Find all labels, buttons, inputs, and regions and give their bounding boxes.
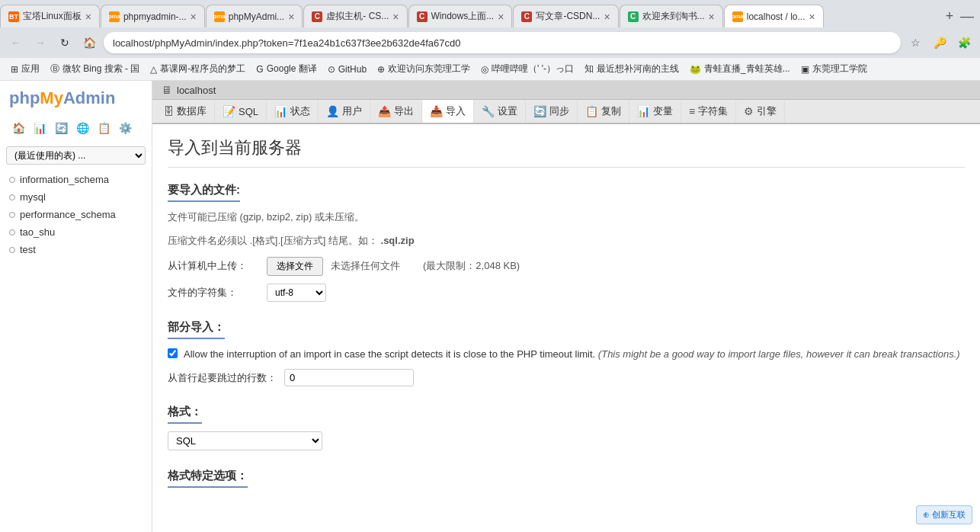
interrupt-checkbox[interactable] (168, 348, 178, 358)
bookmark-6[interactable]: ◎哔哩哔哩（' '-）っ口 (476, 61, 578, 77)
nav-label-status: 状态 (290, 104, 310, 118)
bookmark-5[interactable]: ⊕欢迎访问东莞理工学 (373, 61, 475, 77)
logo-my: My (40, 88, 63, 107)
tab-t1[interactable]: BT宝塔Linux面板× (0, 5, 100, 27)
nav-label-charset: 字符集 (698, 104, 728, 118)
sidebar-icon-bar: 🏠 📊 🔄 🌐 📋 ⚙️ (0, 116, 152, 143)
skip-row: 从首行起要跳过的行数： (168, 369, 965, 386)
reload-button[interactable]: ↻ (55, 33, 75, 53)
bookmark-button[interactable]: ☆ (905, 33, 925, 53)
settings-icon[interactable]: ⚙️ (116, 119, 134, 137)
file-section: 要导入的文件: 文件可能已压缩 (gzip, bzip2, zip) 或未压缩。… (168, 183, 965, 302)
partial-import-title: 部分导入： (168, 320, 225, 339)
tab-t6[interactable]: C写文章-CSDN...× (513, 5, 618, 27)
bookmark-0[interactable]: ⊞应用 (6, 61, 44, 77)
watermark: ⊕ 创新互联 (916, 505, 972, 524)
db-item-tao_shu[interactable]: tao_shu (0, 223, 152, 241)
choose-file-button[interactable]: 选择文件 (267, 257, 323, 276)
bookmark-icon-8: 🐸 (690, 64, 701, 75)
new-tab-button[interactable]: + (939, 5, 960, 27)
format-section: 格式： SQL CSV CSV using LOAD DATA ODS Open… (168, 405, 965, 450)
globe-icon[interactable]: 🌐 (73, 119, 91, 137)
bookmark-icon-9: ▣ (801, 64, 809, 75)
upload-label: 从计算机中上传： (168, 259, 259, 273)
charset-select[interactable]: utf-8 gbk gb2312 latin1 utf8mb4 (267, 284, 326, 302)
nav-item-sync[interactable]: 🔄同步 (526, 100, 578, 123)
nav-icon-status: 📊 (274, 105, 287, 117)
key-button[interactable]: 🔑 (930, 33, 950, 53)
nav-item-user[interactable]: 👤用户 (319, 100, 370, 123)
bookmark-1[interactable]: Ⓑ微软 Bing 搜索 - 国 (46, 61, 144, 77)
bookmark-8[interactable]: 🐸青蛙直播_青蛙英雄... (685, 61, 795, 77)
tab-t5[interactable]: CWindows上面...× (408, 5, 513, 27)
db-item-test[interactable]: test (0, 241, 152, 258)
tab-close-t6[interactable]: × (604, 11, 610, 22)
nav-icon-sync: 🔄 (533, 105, 546, 117)
refresh-icon[interactable]: 🔄 (52, 119, 70, 137)
tab-t8[interactable]: pmalocalhost / lo...× (724, 5, 824, 27)
nav-label-import: 导入 (446, 104, 466, 118)
tab-close-t3[interactable]: × (288, 11, 294, 22)
nav-item-settings[interactable]: 🔧设置 (474, 100, 526, 123)
bookmark-label-3: Google 翻译 (267, 62, 317, 75)
home-button[interactable]: 🏠 (79, 33, 99, 53)
forward-button[interactable]: → (30, 33, 50, 53)
extension-button[interactable]: 🧩 (954, 33, 974, 53)
tab-t2[interactable]: pmaphpmyadmin-...× (101, 5, 205, 27)
nav-item-export[interactable]: 📤导出 (370, 100, 422, 123)
tab-close-t1[interactable]: × (85, 11, 91, 22)
tab-t7[interactable]: C欢迎来到淘书...× (620, 5, 723, 27)
max-size-text: (最大限制：2,048 KB) (423, 259, 520, 273)
tab-favicon-t4: C (312, 11, 322, 22)
tab-close-t7[interactable]: × (709, 11, 715, 22)
nav-item-engine[interactable]: ⚙引擎 (736, 100, 785, 123)
tab-t3[interactable]: pmaphpMyAdmi...× (206, 5, 303, 27)
minimize-button[interactable]: — (960, 8, 980, 24)
nav-item-copy[interactable]: 📋复制 (578, 100, 629, 123)
skip-input[interactable] (284, 369, 414, 386)
db-icon[interactable]: 📊 (30, 119, 49, 137)
nav-item-database[interactable]: 🗄数据库 (155, 100, 215, 123)
nav-icon-user: 👤 (326, 105, 339, 117)
format-title: 格式： (168, 405, 202, 424)
recent-tables-select[interactable]: (最近使用的表) ... (6, 146, 146, 165)
tab-close-t2[interactable]: × (191, 11, 197, 22)
bookmark-7[interactable]: 知最近想补河南的主线 (580, 61, 684, 77)
format-specific-section: 格式特定选项： (168, 469, 965, 495)
bookmark-9[interactable]: ▣东莞理工学院 (796, 61, 872, 77)
upload-row: 从计算机中上传： 选择文件 未选择任何文件 (最大限制：2,048 KB) (168, 257, 965, 276)
nav-label-database: 数据库 (177, 104, 207, 118)
nav-item-sql[interactable]: 📝SQL (215, 101, 267, 122)
tab-close-t4[interactable]: × (392, 11, 399, 22)
address-bar: ← → ↻ 🏠 ☆ 🔑 🧩 (0, 27, 980, 58)
bookmark-4[interactable]: ⊙GitHub (323, 61, 371, 77)
db-item-mysql[interactable]: mysql (0, 188, 152, 206)
url-input[interactable] (104, 32, 901, 53)
format-select[interactable]: SQL CSV CSV using LOAD DATA ODS OpenDocu… (168, 431, 322, 450)
tab-label-t2: phpmyadmin-... (123, 11, 187, 22)
file-info-highlight: .sql.zip (381, 235, 415, 246)
nav-item-status[interactable]: 📊状态 (267, 100, 319, 123)
back-button[interactable]: ← (6, 33, 26, 53)
tab-t4[interactable]: C虚拟主机- CS...× (303, 5, 407, 27)
nav-label-copy: 复制 (601, 104, 621, 118)
db-item-information_schema[interactable]: information_schema (0, 171, 152, 188)
bookmark-3[interactable]: GGoogle 翻译 (251, 61, 321, 77)
tab-close-t8[interactable]: × (809, 11, 815, 22)
db-item-performance_schema[interactable]: performance_schema (0, 206, 152, 223)
home-icon[interactable]: 🏠 (9, 119, 27, 137)
nav-item-variable[interactable]: 📊变量 (629, 100, 681, 123)
tab-close-t5[interactable]: × (498, 11, 504, 22)
nav-item-import[interactable]: 📥导入 (422, 100, 474, 123)
nav-item-charset[interactable]: ≡字符集 (681, 100, 736, 123)
bookmark-icon-2: △ (150, 64, 157, 75)
bookmark-2[interactable]: △慕课网-程序员的梦工 (146, 61, 250, 77)
bookmark-label-9: 东莞理工学院 (812, 62, 867, 75)
nav-icon-sql: 📝 (223, 105, 235, 117)
file-info-1: 文件可能已压缩 (gzip, bzip2, zip) 或未压缩。 (168, 210, 965, 226)
format-specific-title: 格式特定选项： (168, 469, 248, 488)
nav-label-engine: 引擎 (757, 104, 777, 118)
clipboard-icon[interactable]: 📋 (94, 119, 113, 137)
interrupt-checkbox-row: Allow the interruption of an import in c… (168, 347, 965, 362)
logo-php: php (9, 88, 40, 107)
